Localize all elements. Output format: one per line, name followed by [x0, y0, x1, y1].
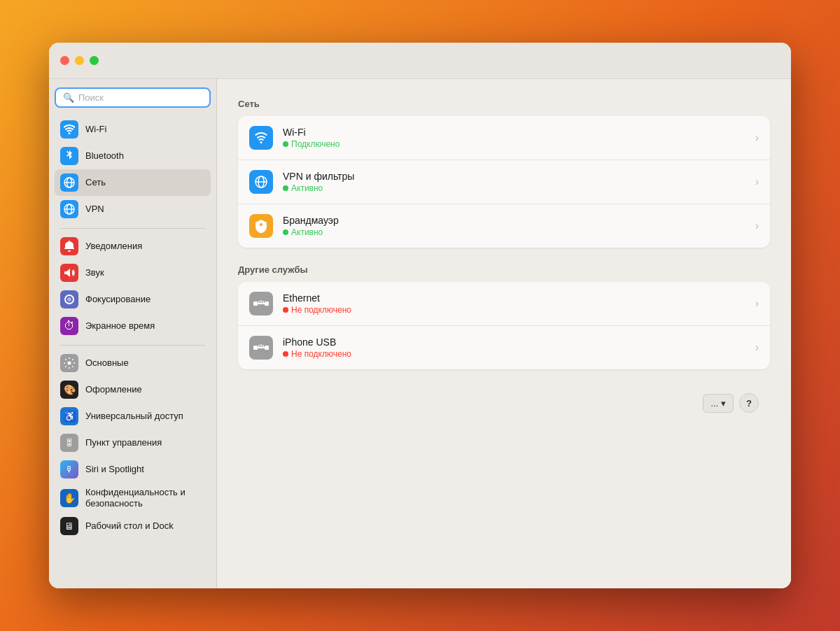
- sidebar-item-desktop-label: Рабочий стол и Dock: [85, 520, 205, 532]
- divider-1: [60, 228, 205, 229]
- card-group-network: Wi-Fi Подключено ›: [238, 116, 770, 248]
- sidebar-item-controlcenter[interactable]: 🎛 Пункт управления: [55, 430, 211, 456]
- sidebar-item-desktop[interactable]: 🖥 Рабочий стол и Dock: [55, 513, 211, 539]
- status-dot-iphone-usb: [283, 351, 288, 357]
- chevron-down-icon: ▾: [721, 398, 726, 409]
- search-input[interactable]: [78, 92, 202, 103]
- card-firewall-name: Брандмауэр: [283, 215, 746, 226]
- chevron-vpn: ›: [755, 176, 759, 188]
- svg-rect-13: [253, 346, 258, 350]
- sidebar-item-notifications[interactable]: Уведомления: [55, 233, 211, 260]
- maximize-button[interactable]: [90, 56, 99, 65]
- card-ethernet-status: Не подключено: [283, 305, 746, 315]
- card-wifi-status-text: Подключено: [291, 139, 340, 149]
- sidebar-item-bluetooth-label: Bluetooth: [85, 150, 205, 162]
- card-item-vpn[interactable]: VPN и фильтры Активно ›: [238, 160, 770, 204]
- sidebar-item-network[interactable]: Сеть: [55, 169, 211, 196]
- card-iphone-usb-status: Не подключено: [283, 349, 746, 359]
- screentime-icon: ⏱: [60, 317, 78, 335]
- status-dot-vpn: [283, 185, 288, 191]
- card-vpn-status-text: Активно: [291, 183, 323, 193]
- privacy-icon: ✋: [60, 489, 78, 507]
- sidebar-item-general[interactable]: Основные: [55, 350, 211, 376]
- card-item-wifi[interactable]: Wi-Fi Подключено ›: [238, 116, 770, 160]
- card-iphone-usb-icon: [249, 336, 273, 360]
- card-iphone-usb-name: iPhone USB: [283, 336, 746, 348]
- search-box[interactable]: 🔍: [55, 87, 211, 108]
- sidebar-item-screentime[interactable]: ⏱ Экранное время: [55, 313, 211, 339]
- status-dot-wifi: [283, 141, 288, 147]
- sidebar-item-accessibility-label: Универсальный доступ: [85, 411, 205, 422]
- sidebar-item-focus[interactable]: Фокусирование: [55, 286, 211, 313]
- sidebar-item-controlcenter-label: Пункт управления: [85, 437, 205, 448]
- card-vpn-name: VPN и фильтры: [283, 171, 746, 182]
- sidebar-item-network-label: Сеть: [85, 177, 205, 188]
- status-dot-ethernet: [283, 307, 288, 313]
- chevron-ethernet: ›: [755, 297, 759, 310]
- sidebar-item-wifi-label: Wi-Fi: [85, 124, 205, 135]
- sidebar-item-siri[interactable]: 🎙 Siri и Spotlight: [55, 456, 211, 483]
- card-wifi-text: Wi-Fi Подключено: [283, 127, 746, 149]
- card-item-ethernet[interactable]: Ethernet Не подключено ›: [238, 282, 770, 326]
- wifi-icon: [60, 120, 78, 139]
- sidebar-item-bluetooth[interactable]: Bluetooth: [55, 143, 211, 169]
- card-vpn-icon: [249, 170, 273, 194]
- card-firewall-status: Активно: [283, 227, 746, 237]
- sidebar-item-sound[interactable]: Звук: [55, 260, 211, 286]
- sidebar-item-accessibility[interactable]: ♿ Универсальный доступ: [55, 403, 211, 430]
- card-ethernet-status-text: Не подключено: [291, 305, 351, 315]
- chevron-firewall: ›: [755, 220, 759, 232]
- card-item-firewall[interactable]: Брандмауэр Активно ›: [238, 204, 770, 248]
- sidebar-item-screentime-label: Экранное время: [85, 320, 205, 332]
- main-content: Сеть Wi-Fi Подключено: [217, 79, 791, 588]
- svg-point-6: [68, 362, 71, 365]
- card-ethernet-text: Ethernet Не подключено: [283, 292, 746, 315]
- section-title-network: Сеть: [238, 99, 770, 109]
- card-ethernet-name: Ethernet: [283, 292, 746, 304]
- more-button[interactable]: ... ▾: [703, 394, 734, 413]
- sidebar-item-general-label: Основные: [85, 357, 205, 369]
- sidebar-section-network: Wi-Fi Bluetooth: [55, 116, 211, 222]
- divider-2: [60, 345, 205, 346]
- minimize-button[interactable]: [75, 56, 84, 65]
- card-vpn-text: VPN и фильтры Активно: [283, 171, 746, 193]
- sidebar-item-vpn[interactable]: VPN: [55, 196, 211, 222]
- accessibility-icon: ♿: [60, 407, 78, 425]
- more-label: ...: [710, 398, 718, 409]
- section-title-other: Другие службы: [238, 264, 770, 275]
- card-ethernet-icon: [249, 292, 273, 316]
- card-iphone-usb-status-text: Не подключено: [291, 349, 351, 359]
- notifications-icon: [60, 237, 78, 255]
- siri-icon: 🎙: [60, 460, 78, 478]
- sidebar-item-appearance-label: Оформление: [85, 384, 205, 395]
- card-iphone-usb-text: iPhone USB Не подключено: [283, 336, 746, 359]
- card-item-iphone-usb[interactable]: iPhone USB Не подключено ›: [238, 326, 770, 369]
- card-wifi-status: Подключено: [283, 139, 746, 149]
- focus-icon: [60, 290, 78, 309]
- sidebar-item-focus-label: Фокусирование: [85, 294, 205, 305]
- help-button[interactable]: ?: [739, 393, 759, 413]
- sidebar-item-wifi[interactable]: Wi-Fi: [55, 116, 211, 143]
- sidebar-item-appearance[interactable]: 🎨 Оформление: [55, 376, 211, 403]
- sidebar-section-system: Уведомления Звук: [55, 233, 211, 339]
- traffic-lights: [60, 56, 99, 65]
- appearance-icon: 🎨: [60, 381, 78, 399]
- card-vpn-status: Активно: [283, 183, 746, 193]
- svg-rect-10: [253, 302, 258, 306]
- bottom-bar: ... ▾ ?: [238, 386, 770, 420]
- system-preferences-window: 🔍 Wi-Fi: [49, 43, 791, 588]
- close-button[interactable]: [60, 56, 69, 65]
- card-firewall-text: Брандмауэр Активно: [283, 215, 746, 237]
- card-group-other: Ethernet Не подключено ›: [238, 282, 770, 369]
- sidebar-item-notifications-label: Уведомления: [85, 241, 205, 252]
- window-content: 🔍 Wi-Fi: [49, 79, 791, 588]
- sidebar-section-prefs: Основные 🎨 Оформление ♿ Универсальный до…: [55, 350, 211, 539]
- sidebar: 🔍 Wi-Fi: [49, 79, 217, 588]
- help-label: ?: [746, 398, 752, 409]
- sidebar-item-privacy[interactable]: ✋ Конфиденциальность и безопасность: [55, 483, 211, 513]
- sound-icon: [60, 264, 78, 282]
- card-firewall-icon: [249, 214, 273, 238]
- svg-rect-11: [265, 302, 269, 306]
- search-icon: 🔍: [63, 92, 74, 103]
- card-wifi-name: Wi-Fi: [283, 127, 746, 138]
